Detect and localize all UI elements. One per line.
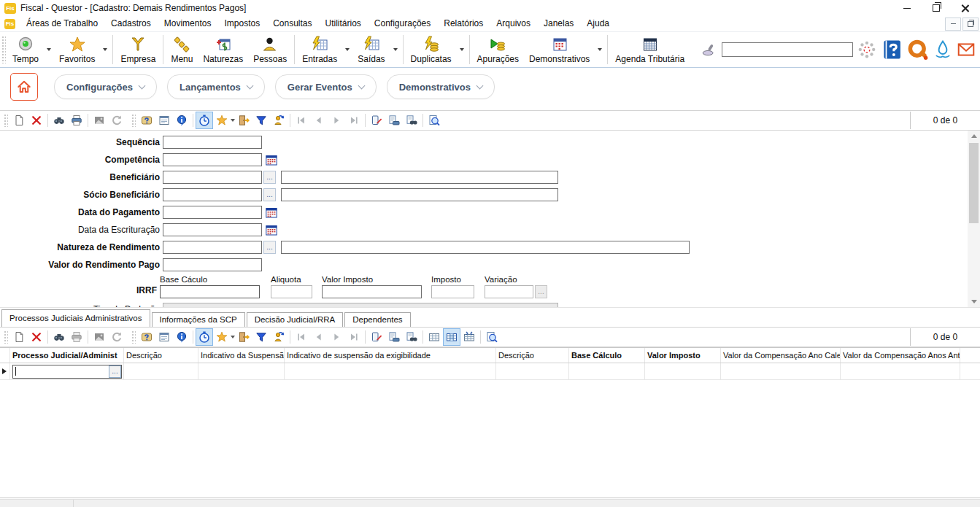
form-view-button[interactable] [155,112,173,129]
toolbar-button-naturezas[interactable]: Naturezas [198,33,248,66]
socio-beneficiario-lookup-button[interactable]: ... [263,188,276,201]
competencia-input[interactable] [163,153,262,166]
menu-arquivos[interactable]: Arquivos [490,16,537,31]
search-button[interactable] [50,112,68,129]
water-drop-icon[interactable] [933,40,952,59]
preview-button[interactable] [425,112,443,129]
toolbar-grip[interactable] [131,114,136,127]
find-record-button[interactable] [403,112,420,129]
cell[interactable] [496,363,569,379]
sync-user-button[interactable] [270,328,288,346]
edit-record-button[interactable] [368,328,385,346]
valor-rendimento-input[interactable] [163,258,262,271]
socio-beneficiario-code-input[interactable] [163,188,262,201]
column-header-descricao-1[interactable]: Descrição [124,348,198,363]
grid-split-view-button-selected[interactable] [443,328,460,346]
processo-lookup-button[interactable]: ... [109,365,121,378]
home-button[interactable] [10,73,38,101]
grid-view-button[interactable] [425,328,443,346]
menu-cadastros[interactable]: Cadastros [104,16,158,31]
help-wallet-button[interactable] [138,112,155,129]
edit-record-button[interactable] [368,112,385,129]
toolbar-button-apuracoes[interactable]: Apurações [472,33,524,66]
new-record-button[interactable] [10,112,28,129]
close-button[interactable] [951,0,980,16]
cell[interactable] [198,363,285,379]
beneficiario-lookup-button[interactable]: ... [263,171,276,184]
menu-consultas[interactable]: Consultas [266,16,318,31]
toolbar-button-menu[interactable]: Menu [166,33,198,66]
menu-impostos[interactable]: Impostos [217,16,266,31]
mail-icon[interactable] [957,40,976,59]
pill-demonstrativos[interactable]: Demonstrativos [387,74,495,99]
cell[interactable] [569,363,645,379]
preview-button[interactable] [483,328,501,346]
menu-configuracoes[interactable]: Configurações [368,16,437,31]
timer-button-selected[interactable] [196,112,213,129]
data-escrituracao-calendar-button[interactable] [265,224,277,236]
toolbar-grip[interactable] [4,114,8,127]
cell[interactable] [285,363,496,379]
favorites-button[interactable] [213,112,231,129]
irrf-valor-imposto-input[interactable] [322,285,422,298]
print-record-button[interactable] [385,112,403,129]
toolbar-button-duplicatas[interactable]: Duplicatas [406,33,457,66]
delete-record-button[interactable] [28,112,45,129]
data-escrituracao-input[interactable] [163,223,262,236]
scrollbar-thumb[interactable] [969,143,979,223]
table-row[interactable]: ... [0,363,980,380]
menu-utilitarios[interactable]: Utilitários [319,16,368,31]
socio-beneficiario-name-input[interactable] [281,188,558,201]
delete-row-button[interactable] [28,328,45,346]
stamp-icon[interactable] [701,42,717,58]
column-header-valor-imposto[interactable]: Valor Imposto [645,348,721,363]
menu-relatorios[interactable]: Relatórios [437,16,490,31]
toolbar-button-entradas[interactable]: Entradas [297,33,342,66]
data-pagamento-input[interactable] [163,206,262,219]
duplicatas-dropdown-caret[interactable] [457,33,467,66]
data-pagamento-calendar-button[interactable] [265,206,277,218]
minimize-button[interactable] [892,0,922,16]
toolbar-button-saidas[interactable]: Saídas [352,33,390,66]
pill-lancamentos[interactable]: Lançamentos [167,74,265,99]
column-header-base-calculo[interactable]: Base Cálculo [569,348,645,363]
exit-button[interactable] [235,328,252,346]
print-button[interactable] [68,112,85,129]
cell[interactable] [721,363,841,379]
form-view-button[interactable] [155,328,173,346]
favoritos-dropdown-caret[interactable] [100,33,110,66]
scroll-down-button[interactable] [971,296,977,307]
form-scrollbar[interactable] [968,131,980,307]
menu-movimentos[interactable]: Movimentos [158,16,218,31]
global-search-input[interactable] [722,42,853,57]
irrf-base-caculo-input[interactable] [160,285,260,298]
column-header-descricao-2[interactable]: Descrição [496,348,569,363]
beneficiario-name-input[interactable] [281,171,558,184]
pill-gerar-eventos[interactable]: Gerar Eventos [275,74,377,99]
tab-processos-judiciais[interactable]: Processos Judiciais Administrativos [1,309,150,327]
filter-button[interactable] [252,328,270,346]
column-header-processo[interactable]: Processo Judicial/Administ [10,348,124,363]
timer-button-selected[interactable] [196,328,213,346]
info-button[interactable] [173,328,190,346]
help-book-icon[interactable] [881,39,903,61]
questor-logo-icon[interactable] [907,39,929,61]
tipo-deducao-select[interactable] [163,303,558,308]
toolbar-button-demonstrativos[interactable]: Demonstrativos [524,33,595,66]
mdi-minimize-button[interactable] [945,18,961,31]
grid-arrange-button[interactable] [460,328,478,346]
toolbar-grip[interactable] [4,330,8,344]
tempo-dropdown-caret[interactable] [44,33,54,66]
cell[interactable] [645,363,721,379]
print-record-button[interactable] [385,328,403,346]
sync-user-button[interactable] [270,112,288,129]
column-header-indicativo-suspensao[interactable]: Indicativo da Suspensão [198,348,285,363]
demonstrativos-dropdown-caret[interactable] [595,33,605,66]
search-button[interactable] [50,328,68,346]
menu-areas-de-trabalho[interactable]: Áreas de Trabalho [20,16,104,31]
column-header-compensacao-ano[interactable]: Valor da Compensação Ano Calen [721,348,841,363]
toolbar-button-empresa[interactable]: Empresa [115,33,161,66]
toolbar-button-pessoas[interactable]: Pessoas [248,33,292,66]
entradas-dropdown-caret[interactable] [342,33,352,66]
toolbar-button-agenda-tributaria[interactable]: Agenda Tributária [610,33,690,66]
